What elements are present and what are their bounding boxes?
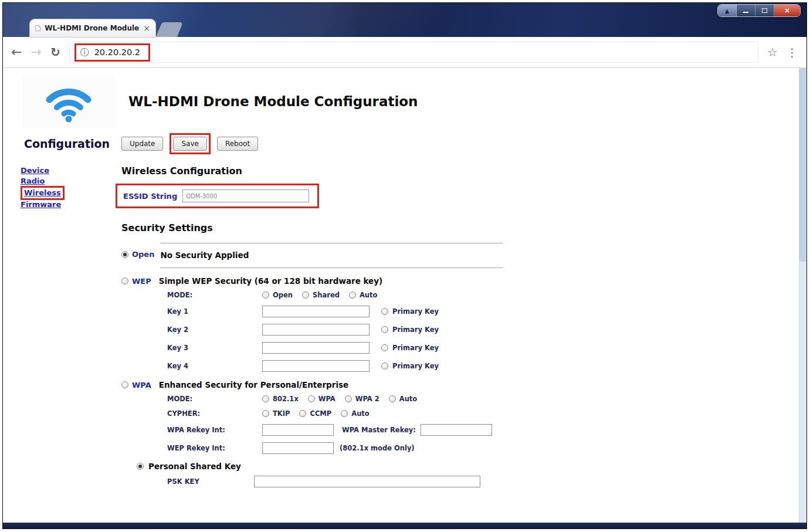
wep-key3-primary-label: Primary Key xyxy=(392,344,439,352)
wpa-rekey-row: WPA Rekey Int: WPA Master Rekey: xyxy=(167,424,503,436)
main-panel: Update Save Reboot Wireless Configuratio… xyxy=(121,129,806,487)
wpa-rekey-input[interactable] xyxy=(262,424,334,436)
page-content: WL-HDMI Drone Module Configuration Confi… xyxy=(3,68,806,523)
sidebar-item-device[interactable]: Device xyxy=(21,165,121,176)
wpa-mode-auto-radio[interactable] xyxy=(389,395,396,402)
close-button[interactable]: × xyxy=(774,5,800,16)
wpa-label: WPA xyxy=(132,381,151,389)
page-title: WL-HDMI Drone Module Configuration xyxy=(128,94,418,109)
wep-mode-shared-radio[interactable] xyxy=(302,292,309,299)
action-buttons: Update Save Reboot xyxy=(121,134,806,154)
essid-label: ESSID String xyxy=(123,192,177,201)
wifi-icon xyxy=(43,80,94,123)
wep-mode-row: MODE: Open Shared Auto xyxy=(167,291,503,299)
wpa-mode-label: MODE: xyxy=(167,395,262,403)
tab-title: WL-HDMI Drone Module xyxy=(45,24,139,32)
info-icon[interactable]: ⓘ xyxy=(80,47,89,58)
wep-mode-shared-label: Shared xyxy=(313,291,340,299)
scroll-top-button[interactable]: ▲ xyxy=(718,5,737,16)
wep-key2-primary-radio[interactable] xyxy=(381,326,388,333)
wep-key1-primary-radio[interactable] xyxy=(381,308,388,315)
wep-mode-open-label: Open xyxy=(273,291,293,299)
annotation-box-essid: ESSID String xyxy=(116,184,319,208)
minimize-icon xyxy=(743,12,748,13)
wpa-cypher-auto-radio[interactable] xyxy=(341,410,348,417)
wep-key2-label: Key 2 xyxy=(167,326,262,334)
page-scrollbar[interactable] xyxy=(799,68,806,523)
wpa-cypher-ccmp-radio[interactable] xyxy=(299,410,306,417)
window-titlebar: ▲ × WL-HDMI Drone Module × xyxy=(3,3,806,37)
wpa-mode-auto-label: Auto xyxy=(399,395,418,403)
url-text[interactable]: 20.20.20.2 xyxy=(94,48,140,57)
maximize-button[interactable] xyxy=(755,5,774,16)
wpa-mode-wpa-radio[interactable] xyxy=(308,395,315,402)
browser-menu-icon[interactable]: ⋮ xyxy=(787,46,798,59)
wep-settings: MODE: Open Shared Auto Key 1 Primary Key… xyxy=(167,291,503,372)
save-button[interactable]: Save xyxy=(173,137,206,151)
bookmark-star-icon[interactable]: ☆ xyxy=(767,45,778,59)
wpa-cypher-tkip-radio[interactable] xyxy=(262,410,269,417)
tab-close-icon[interactable]: × xyxy=(143,24,150,32)
new-tab-stub[interactable] xyxy=(156,22,183,37)
open-label: Open xyxy=(132,250,154,259)
wpa-master-rekey-input[interactable] xyxy=(421,424,492,436)
forward-icon[interactable]: → xyxy=(30,46,41,59)
wpa-mode-row: MODE: 802.1x WPA WPA 2 Auto xyxy=(167,395,503,403)
wpa-description: Enhanced Security for Personal/Enterpris… xyxy=(159,380,348,389)
security-option-wpa: WPA Enhanced Security for Personal/Enter… xyxy=(121,380,503,389)
security-option-wep: WEP Simple WEP Security (64 or 128 bit h… xyxy=(121,276,503,286)
wep-key1-label: Key 1 xyxy=(167,307,262,316)
essid-input[interactable] xyxy=(182,189,309,202)
open-description: No Security Applied xyxy=(160,243,503,268)
wpa-rekey-label: WPA Rekey Int: xyxy=(167,426,262,434)
wpa-cypher-tkip-label: TKIP xyxy=(273,409,290,418)
wep-mode-auto-label: Auto xyxy=(360,291,378,299)
wep-rekey-input[interactable] xyxy=(262,442,334,454)
back-icon[interactable]: ← xyxy=(11,46,22,59)
browser-tab[interactable]: WL-HDMI Drone Module × xyxy=(30,19,155,37)
wpa-mode-wpa-label: WPA xyxy=(318,395,335,403)
wep-mode-auto-radio[interactable] xyxy=(349,292,356,299)
open-radio[interactable] xyxy=(121,251,128,258)
wpa-cypher-label: CYPHER: xyxy=(167,409,262,418)
security-settings-heading: Security Settings xyxy=(121,222,806,233)
wpa-radio[interactable] xyxy=(121,381,128,388)
wep-key3-row: Key 3 Primary Key xyxy=(167,342,503,354)
wpa-cypher-auto-label: Auto xyxy=(351,409,370,418)
wep-rekey-label: WEP Rekey Int: xyxy=(167,444,262,452)
wep-radio[interactable] xyxy=(121,277,128,284)
wep-mode-open-radio[interactable] xyxy=(262,292,269,299)
wep-rekey-row: WEP Rekey Int: (802.1x mode Only) xyxy=(167,442,503,454)
wpa-mode-wpa2-radio[interactable] xyxy=(345,395,352,402)
reboot-button[interactable]: Reboot xyxy=(217,137,258,151)
sidebar-item-firmware[interactable]: Firmware xyxy=(21,199,121,210)
reload-icon[interactable]: ↻ xyxy=(50,46,60,58)
sidebar-item-radio[interactable]: Radio xyxy=(21,176,121,187)
wpa-cypher-ccmp-label: CCMP xyxy=(310,409,331,418)
browser-toolbar: ← → ↻ ⓘ 20.20.20.2 ☆ ⋮ xyxy=(3,37,806,68)
security-option-psk: Personal Shared Key xyxy=(137,462,503,471)
url-bar[interactable]: ⓘ 20.20.20.2 xyxy=(69,42,758,63)
update-button[interactable]: Update xyxy=(121,137,163,151)
page-header: WL-HDMI Drone Module Configuration xyxy=(3,68,806,129)
wep-key4-input[interactable] xyxy=(262,360,370,372)
sidebar-heading: Configuration xyxy=(24,137,121,150)
wpa-settings: MODE: 802.1x WPA WPA 2 Auto CYPHER: TKIP… xyxy=(167,395,503,454)
minimize-button[interactable] xyxy=(737,5,755,16)
scrollbar-thumb[interactable] xyxy=(799,68,806,262)
wep-key2-input[interactable] xyxy=(262,324,370,336)
wpa-mode-8021x-radio[interactable] xyxy=(262,395,269,402)
wpa-mode-8021x-label: 802.1x xyxy=(273,395,299,403)
wep-key4-primary-radio[interactable] xyxy=(381,362,388,370)
wep-key1-input[interactable] xyxy=(262,306,370,317)
wpa-mode-wpa2-label: WPA 2 xyxy=(355,395,379,403)
psk-key-input[interactable] xyxy=(254,476,480,487)
psk-radio[interactable] xyxy=(137,463,144,470)
wep-key3-input[interactable] xyxy=(262,342,370,354)
wep-key3-primary-radio[interactable] xyxy=(381,344,388,351)
wep-key4-row: Key 4 Primary Key xyxy=(167,360,503,372)
psk-label: Personal Shared Key xyxy=(148,462,241,471)
sidebar-item-wireless[interactable]: Wireless xyxy=(24,188,61,198)
wep-key4-primary-label: Primary Key xyxy=(392,362,439,370)
psk-key-row: PSK KEY xyxy=(167,476,503,487)
